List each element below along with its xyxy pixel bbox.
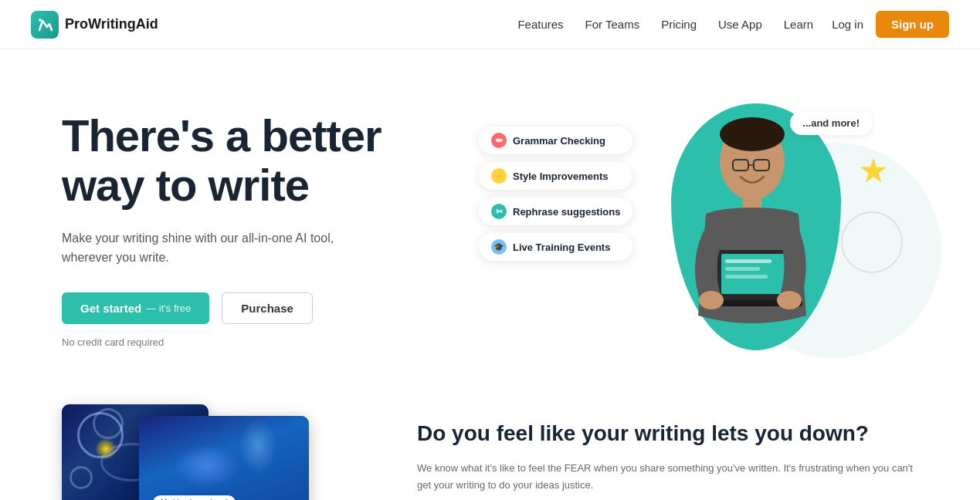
- get-started-button[interactable]: Get started — it's free: [62, 292, 209, 324]
- brand-logo[interactable]: ProWritingAid: [31, 11, 158, 39]
- svg-point-2: [720, 117, 785, 151]
- style-icon: ⚡: [491, 168, 507, 184]
- feature-pill-rephrase: ✂ Rephrase suggestions: [479, 198, 632, 225]
- hero-title: There's a better way to write: [62, 111, 463, 210]
- hero-buttons: Get started — it's free Purchase: [62, 292, 463, 324]
- purchase-button[interactable]: Purchase: [222, 292, 313, 324]
- login-link[interactable]: Log in: [832, 18, 863, 31]
- artwork-card-front: My idea in my head: [139, 416, 309, 500]
- svg-rect-10: [725, 267, 760, 271]
- nav-for-teams[interactable]: For Teams: [585, 18, 640, 31]
- nav-learn[interactable]: Learn: [784, 18, 813, 31]
- blue-painting-bg: [139, 416, 309, 500]
- signup-button[interactable]: Sign up: [876, 11, 949, 38]
- section-title: Do you feel like your writing lets you d…: [417, 420, 918, 448]
- artwork-area: My idea in my head: [62, 404, 355, 500]
- feature-pill-style: ⚡ Style Improvements: [479, 162, 632, 190]
- svg-rect-11: [725, 275, 768, 279]
- nav-links: Features For Teams Pricing Use App Learn: [517, 18, 813, 32]
- nav-pricing[interactable]: Pricing: [661, 18, 697, 31]
- svg-point-0: [39, 19, 42, 22]
- bottom-text-area: Do you feel like your writing lets you d…: [417, 404, 918, 495]
- deco-circle: [841, 211, 903, 273]
- rephrase-icon: ✂: [491, 204, 507, 219]
- svg-point-14: [777, 291, 802, 309]
- bottom-section: My idea in my head Do you feel like your…: [0, 404, 980, 500]
- artwork-container: My idea in my head: [62, 404, 324, 500]
- person-svg: [660, 100, 845, 377]
- hero-illustration: ✏ Grammar Checking ⚡ Style Improvements …: [463, 96, 918, 373]
- navigation: ProWritingAid Features For Teams Pricing…: [0, 0, 980, 49]
- feature-pills: ✏ Grammar Checking ⚡ Style Improvements …: [479, 127, 632, 261]
- brand-name: ProWritingAid: [65, 16, 158, 32]
- grammar-icon: ✏: [491, 133, 507, 148]
- nav-use-app[interactable]: Use App: [718, 18, 762, 31]
- person-illustration: [660, 100, 845, 377]
- more-bubble: ...and more!: [790, 111, 872, 135]
- hero-left: There's a better way to write Make your …: [62, 96, 463, 348]
- svg-point-13: [699, 291, 724, 309]
- section-description: We know what it's like to feel the FEAR …: [417, 460, 918, 494]
- feature-pill-grammar: ✏ Grammar Checking: [479, 127, 632, 154]
- hero-section: There's a better way to write Make your …: [0, 49, 980, 404]
- no-credit-card-text: No credit card required: [62, 336, 463, 348]
- logo-icon: [31, 11, 59, 39]
- idea-bubble: My idea in my head: [153, 495, 236, 500]
- svg-rect-9: [725, 259, 771, 263]
- training-icon: 🎓: [491, 239, 507, 255]
- feature-pill-training: 🎓 Live Training Events: [479, 233, 632, 261]
- nav-features[interactable]: Features: [517, 18, 563, 31]
- hero-subtitle: Make your writing shine with our all-in-…: [62, 228, 355, 268]
